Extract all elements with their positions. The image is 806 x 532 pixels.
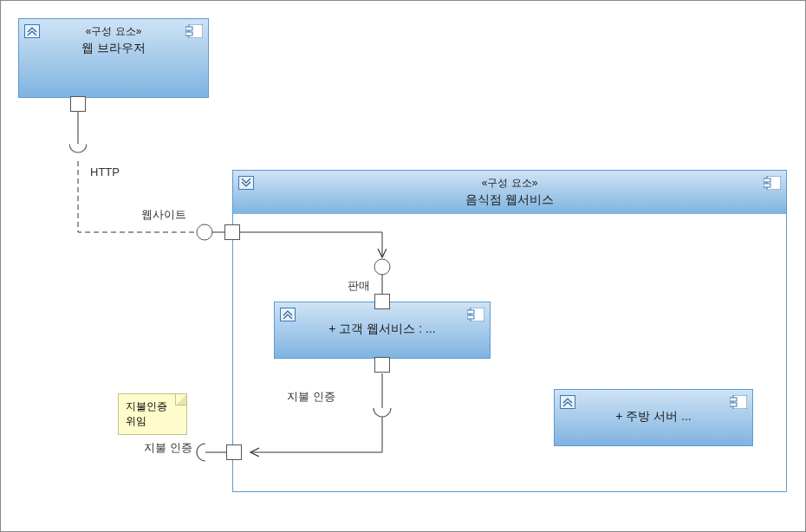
svg-rect-10 <box>767 176 781 190</box>
port-restaurant-payment[interactable] <box>226 444 242 460</box>
svg-rect-8 <box>185 27 192 30</box>
svg-rect-12 <box>764 184 770 187</box>
component-name: 웹 브라우저 <box>26 41 201 56</box>
svg-rect-14 <box>467 310 474 314</box>
component-customer[interactable]: + 고객 웹서비스 : ... <box>274 302 491 359</box>
collapse-icon[interactable] <box>280 308 296 321</box>
label-website: 웹사이트 <box>141 207 186 223</box>
component-browser[interactable]: «구성 요소» 웹 브라우저 <box>18 18 209 98</box>
note-line2: 위임 <box>126 414 179 429</box>
port-customer-sales[interactable] <box>374 294 390 309</box>
component-icon <box>764 176 781 190</box>
component-name: 음식점 웹서비스 <box>240 192 779 208</box>
svg-rect-15 <box>467 315 474 319</box>
label-http: HTTP <box>90 165 120 178</box>
component-name: + 고객 웹서비스 : ... <box>328 321 435 337</box>
svg-rect-18 <box>730 403 737 406</box>
port-browser-http[interactable] <box>70 96 86 112</box>
expand-icon[interactable] <box>238 176 254 190</box>
stereotype: «구성 요소» <box>26 24 201 39</box>
component-icon <box>467 308 484 321</box>
svg-rect-9 <box>185 32 192 36</box>
component-kitchen[interactable]: + 주방 서버 ... <box>554 389 753 446</box>
component-icon <box>185 24 203 38</box>
svg-rect-11 <box>764 178 770 182</box>
label-sales: 판매 <box>348 278 370 294</box>
svg-rect-13 <box>471 308 484 321</box>
svg-rect-16 <box>733 395 747 409</box>
note-line1: 지불인증 <box>126 399 179 414</box>
svg-rect-17 <box>730 398 737 401</box>
diagram-canvas: «구성 요소» 웹 브라우저 HTTP 웹사이트 «구성 요소» 음식점 웹서비… <box>0 0 806 532</box>
component-name: + 주방 서버 ... <box>615 409 692 425</box>
collapse-icon[interactable] <box>24 24 40 38</box>
note-payment-delegation[interactable]: 지불인증 위임 <box>118 393 187 435</box>
collapse-icon[interactable] <box>560 395 575 409</box>
component-icon <box>730 395 747 409</box>
svg-point-1 <box>197 224 212 240</box>
label-payment-outer: 지불 인증 <box>144 440 192 456</box>
label-payment-inner: 지불 인증 <box>287 389 335 405</box>
stereotype: «구성 요소» <box>240 176 779 191</box>
port-restaurant-website[interactable] <box>224 224 240 240</box>
socket-http <box>69 144 87 154</box>
port-customer-payment[interactable] <box>374 357 390 373</box>
svg-rect-7 <box>189 24 203 38</box>
